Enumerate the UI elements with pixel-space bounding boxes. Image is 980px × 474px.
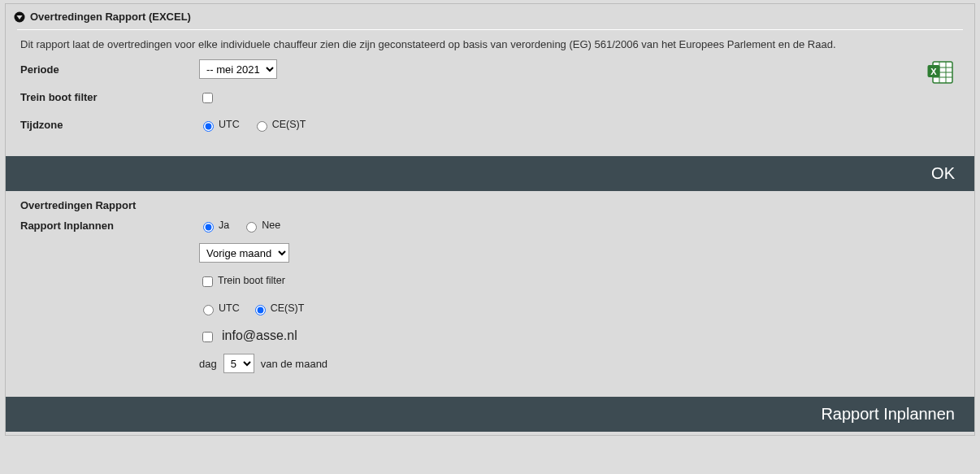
section-title: Overtredingen Rapport (EXCEL)	[30, 11, 191, 23]
tz-utc-radio[interactable]	[203, 121, 214, 132]
divider	[17, 29, 963, 30]
tz2-utc-text: UTC	[219, 302, 240, 314]
tz2-utc-radio[interactable]	[203, 305, 214, 315]
tijdzone-label: Tijdzone	[20, 119, 199, 131]
inplannen-ja-radio[interactable]	[203, 222, 214, 233]
tz2-cest-option[interactable]: CE(S)T	[251, 302, 305, 315]
trein-boot-text-2: Trein boot filter	[218, 275, 285, 286]
range-select[interactable]: Vorige maand	[199, 243, 289, 263]
inplannen-nee-text: Nee	[262, 220, 280, 231]
inplannen-ja-text: Ja	[219, 220, 229, 231]
collapse-toggle-icon[interactable]	[14, 11, 25, 23]
section-header: Overtredingen Rapport (EXCEL)	[6, 4, 974, 28]
report-description: Dit rapport laat de overtredingen voor e…	[6, 38, 974, 50]
email-checkbox[interactable]	[202, 332, 213, 342]
trein-boot-checkbox-2[interactable]	[202, 276, 213, 287]
tz2-cest-text: CE(S)T	[271, 302, 305, 314]
ok-button-label: OK	[931, 164, 955, 182]
day-suffix: van de maand	[261, 358, 327, 370]
tz-utc-option[interactable]: UTC	[199, 118, 240, 131]
inplannen-nee-radio[interactable]	[246, 222, 257, 233]
day-select[interactable]: 5	[223, 354, 254, 373]
email-address: info@asse.nl	[222, 328, 297, 343]
tz2-cest-radio[interactable]	[255, 305, 266, 315]
report-form: X Periode -- mei 2021 Trein boot filter …	[6, 50, 974, 153]
rapport-inplannen-button[interactable]: Rapport Inplannen	[6, 397, 974, 432]
tz-cest-text: CE(S)T	[272, 119, 306, 130]
periode-label: Periode	[20, 63, 199, 76]
inplannen-label: Rapport Inplannen	[20, 220, 199, 232]
tz-cest-option[interactable]: CE(S)T	[253, 118, 306, 131]
rapport-inplannen-label: Rapport Inplannen	[821, 405, 955, 423]
excel-icon[interactable]: X	[927, 60, 955, 87]
ok-button[interactable]: OK	[6, 156, 974, 191]
trein-boot-checkbox[interactable]	[202, 93, 213, 103]
periode-select[interactable]: -- mei 2021	[199, 59, 277, 79]
schedule-section-title: Overtredingen Rapport	[6, 191, 974, 211]
inplannen-nee-option[interactable]: Nee	[242, 219, 280, 232]
tz2-utc-option[interactable]: UTC	[199, 302, 240, 315]
inplannen-ja-option[interactable]: Ja	[199, 219, 229, 232]
tz-utc-text: UTC	[219, 119, 240, 130]
schedule-form: Rapport Inplannen Ja Nee Vorige maand	[6, 211, 974, 394]
day-prefix: dag	[199, 358, 217, 370]
trein-boot-label: Trein boot filter	[20, 91, 199, 103]
trein-boot-option-2[interactable]: Trein boot filter	[199, 273, 285, 289]
tz-cest-radio[interactable]	[257, 121, 267, 132]
svg-text:X: X	[930, 67, 937, 76]
report-panel: Overtredingen Rapport (EXCEL) Dit rappor…	[5, 3, 975, 436]
